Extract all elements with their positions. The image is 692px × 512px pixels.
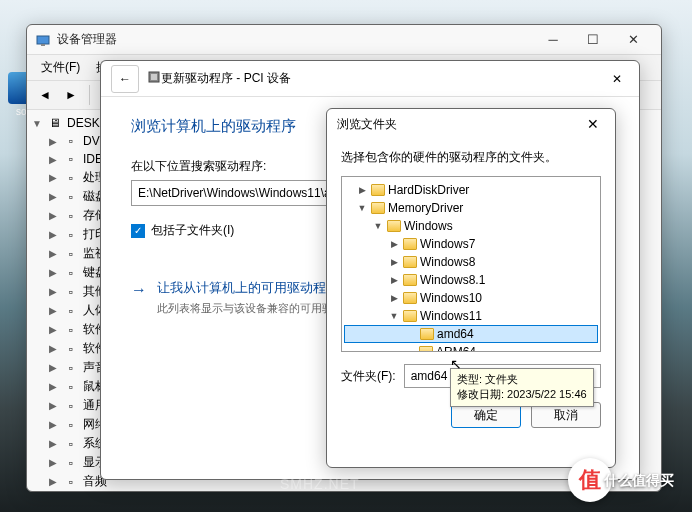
watermark-text: 什么值得买 xyxy=(604,472,674,490)
include-subfolders-label: 包括子文件夹(I) xyxy=(151,222,234,239)
folder-windows10[interactable]: ▶Windows10 xyxy=(344,289,598,307)
tree-toggle[interactable]: ▶ xyxy=(47,229,59,240)
svg-rect-1 xyxy=(41,44,45,46)
device-category-icon: ▫ xyxy=(63,322,79,338)
tree-toggle[interactable]: ▶ xyxy=(47,267,59,278)
folder-icon xyxy=(403,310,417,322)
device-category-icon: ▫ xyxy=(63,189,79,205)
tree-toggle[interactable]: ▶ xyxy=(47,400,59,411)
computer-icon: 🖥 xyxy=(47,115,63,131)
folder-windows81[interactable]: ▶Windows8.1 xyxy=(344,271,598,289)
devmgr-title: 设备管理器 xyxy=(57,31,533,48)
tree-toggle[interactable]: ▶ xyxy=(47,210,59,221)
tree-toggle[interactable]: ▶ xyxy=(47,172,59,183)
device-category-icon: ▫ xyxy=(63,303,79,319)
tree-toggle[interactable]: ▶ xyxy=(47,343,59,354)
device-category-icon: ▫ xyxy=(63,170,79,186)
device-category-icon: ▫ xyxy=(63,133,79,149)
tree-toggle[interactable]: ▼ xyxy=(31,118,43,129)
folder-icon xyxy=(403,238,417,250)
tree-toggle[interactable]: ▶ xyxy=(47,136,59,147)
browse-close-button[interactable]: ✕ xyxy=(581,116,605,132)
forward-icon[interactable]: ► xyxy=(59,83,83,107)
folder-windows[interactable]: ▼Windows xyxy=(344,217,598,235)
device-category-icon: ▫ xyxy=(63,455,79,471)
folder-icon xyxy=(403,292,417,304)
device-category-icon: ▫ xyxy=(63,436,79,452)
devmgr-icon xyxy=(35,32,51,48)
device-category-icon: ▫ xyxy=(63,246,79,262)
tree-toggle[interactable]: ▶ xyxy=(47,457,59,468)
tree-toggle[interactable]: ▶ xyxy=(47,438,59,449)
device-category-icon: ▫ xyxy=(63,265,79,281)
device-category-icon: ▫ xyxy=(63,379,79,395)
tree-toggle[interactable]: ▶ xyxy=(47,362,59,373)
folder-open-icon xyxy=(420,328,434,340)
device-category-icon: ▫ xyxy=(63,227,79,243)
minimize-button[interactable]: ─ xyxy=(533,26,573,54)
folder-icon xyxy=(419,346,433,352)
wizard-header-text: 更新驱动程序 - PCI 设备 xyxy=(161,70,291,87)
tree-toggle[interactable]: ▶ xyxy=(47,286,59,297)
folder-amd64-selected[interactable]: amd64 xyxy=(344,325,598,343)
device-category-icon: ▫ xyxy=(63,360,79,376)
tree-toggle[interactable]: ▶ xyxy=(47,476,59,487)
device-category-icon: ▫ xyxy=(63,398,79,414)
devmgr-titlebar[interactable]: 设备管理器 ─ ☐ ✕ xyxy=(27,25,661,55)
folder-icon xyxy=(387,220,401,232)
folder-icon xyxy=(403,274,417,286)
maximize-button[interactable]: ☐ xyxy=(573,26,613,54)
wizard-back-button[interactable]: ← xyxy=(111,65,139,93)
folder-icon xyxy=(371,202,385,214)
tree-toggle[interactable]: ▶ xyxy=(47,324,59,335)
wizard-header: ← 更新驱动程序 - PCI 设备 ✕ xyxy=(101,61,639,97)
desktop-background: soft 设备管理器 ─ ☐ ✕ 文件(F) 操作(A) 查看(V) 帮助(H)… xyxy=(0,0,692,512)
include-subfolders-checkbox[interactable]: ✓ xyxy=(131,224,145,238)
browse-dialog-title: 浏览文件夹 xyxy=(337,116,397,133)
tree-toggle[interactable]: ▶ xyxy=(47,154,59,165)
folder-icon xyxy=(403,256,417,268)
browse-dialog-titlebar[interactable]: 浏览文件夹 ✕ xyxy=(327,109,615,139)
tree-toggle[interactable]: ▶ xyxy=(47,305,59,316)
device-category-icon: ▫ xyxy=(63,151,79,167)
folder-memorydriver[interactable]: ▼MemoryDriver xyxy=(344,199,598,217)
menu-file[interactable]: 文件(F) xyxy=(33,57,88,78)
wizard-close-button[interactable]: ✕ xyxy=(605,72,629,86)
device-category-icon: ▫ xyxy=(63,417,79,433)
tree-toggle[interactable]: ▶ xyxy=(47,191,59,202)
svg-rect-3 xyxy=(151,74,157,80)
browse-folder-dialog: 浏览文件夹 ✕ 选择包含你的硬件的驱动程序的文件夹。 ▶HardDiskDriv… xyxy=(326,108,616,468)
folder-tooltip: 类型: 文件夹 修改日期: 2023/5/22 15:46 xyxy=(450,368,594,407)
tree-toggle[interactable]: ▶ xyxy=(47,381,59,392)
tree-toggle[interactable]: ▶ xyxy=(47,248,59,259)
watermark-center: SMHZ.NET xyxy=(280,476,360,492)
arrow-right-icon: → xyxy=(131,281,147,299)
folder-harddiskdriver[interactable]: ▶HardDiskDriver xyxy=(344,181,598,199)
browse-instruction: 选择包含你的硬件的驱动程序的文件夹。 xyxy=(341,149,601,166)
tooltip-modified: 修改日期: 2023/5/22 15:46 xyxy=(457,387,587,402)
tooltip-type: 类型: 文件夹 xyxy=(457,372,587,387)
folder-tree[interactable]: ▶HardDiskDriver ▼MemoryDriver ▼Windows ▶… xyxy=(341,176,601,352)
back-icon[interactable]: ◄ xyxy=(33,83,57,107)
device-category-icon: ▫ xyxy=(63,474,79,490)
device-icon xyxy=(147,70,161,87)
svg-rect-0 xyxy=(37,36,49,44)
folder-icon xyxy=(371,184,385,196)
folder-windows8[interactable]: ▶Windows8 xyxy=(344,253,598,271)
tree-toggle[interactable]: ▶ xyxy=(47,419,59,430)
device-category-icon: ▫ xyxy=(63,284,79,300)
folder-field-label: 文件夹(F): xyxy=(341,368,396,385)
folder-windows11[interactable]: ▼Windows11 xyxy=(344,307,598,325)
close-button[interactable]: ✕ xyxy=(613,26,653,54)
folder-arm64[interactable]: ARM64 xyxy=(344,343,598,352)
folder-windows7[interactable]: ▶Windows7 xyxy=(344,235,598,253)
device-category-icon: ▫ xyxy=(63,208,79,224)
device-category-icon: ▫ xyxy=(63,341,79,357)
